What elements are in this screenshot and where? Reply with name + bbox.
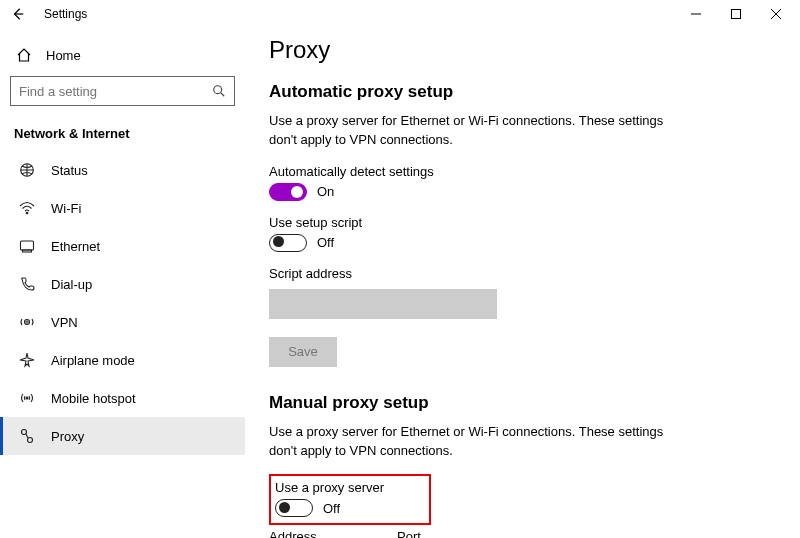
auto-desc: Use a proxy server for Ethernet or Wi-Fi… xyxy=(269,112,689,150)
home-label: Home xyxy=(46,48,81,63)
manual-desc: Use a proxy server for Ethernet or Wi-Fi… xyxy=(269,423,689,461)
manual-heading: Manual proxy setup xyxy=(269,393,784,413)
use-proxy-toggle[interactable] xyxy=(275,499,313,517)
home-link[interactable]: Home xyxy=(10,36,235,74)
search-box[interactable] xyxy=(10,76,235,106)
wifi-icon xyxy=(19,200,35,216)
nav-status[interactable]: Status xyxy=(0,151,245,189)
script-addr-label: Script address xyxy=(269,266,784,281)
hotspot-icon xyxy=(19,390,35,406)
svg-point-7 xyxy=(26,397,28,399)
svg-point-1 xyxy=(214,86,222,94)
nav-list: Status Wi-Fi Ethernet Dial-up VPN Airpla… xyxy=(0,151,245,455)
nav-hotspot[interactable]: Mobile hotspot xyxy=(0,379,245,417)
globe-icon xyxy=(19,162,35,178)
minimize-button[interactable] xyxy=(676,0,716,28)
port-label: Port xyxy=(397,529,477,538)
ethernet-icon xyxy=(19,238,35,254)
window-title: Settings xyxy=(36,7,87,21)
home-icon xyxy=(16,47,32,63)
svg-rect-4 xyxy=(21,241,34,250)
script-address-input[interactable] xyxy=(269,289,497,319)
arrow-left-icon xyxy=(11,7,25,21)
minimize-icon xyxy=(691,9,701,19)
close-button[interactable] xyxy=(756,0,796,28)
detect-toggle[interactable] xyxy=(269,183,307,201)
svg-rect-5 xyxy=(23,250,32,252)
page-title: Proxy xyxy=(269,36,784,64)
proxy-icon xyxy=(19,428,35,444)
detect-label: Automatically detect settings xyxy=(269,164,784,179)
close-icon xyxy=(771,9,781,19)
script-state: Off xyxy=(317,235,334,250)
nav-label: Mobile hotspot xyxy=(51,391,136,406)
save-button[interactable]: Save xyxy=(269,337,337,367)
nav-label: Wi-Fi xyxy=(51,201,81,216)
svg-point-8 xyxy=(22,430,27,435)
use-proxy-state: Off xyxy=(323,501,340,516)
nav-label: VPN xyxy=(51,315,78,330)
airplane-icon xyxy=(19,352,35,368)
maximize-icon xyxy=(731,9,741,19)
nav-ethernet[interactable]: Ethernet xyxy=(0,227,245,265)
nav-wifi[interactable]: Wi-Fi xyxy=(0,189,245,227)
search-input[interactable] xyxy=(19,84,212,99)
content: Proxy Automatic proxy setup Use a proxy … xyxy=(245,28,800,538)
highlight-box: Use a proxy server Off xyxy=(269,474,431,525)
nav-proxy[interactable]: Proxy xyxy=(0,417,245,455)
script-label: Use setup script xyxy=(269,215,784,230)
back-button[interactable] xyxy=(0,0,36,28)
vpn-icon xyxy=(19,314,35,330)
sidebar: Home Network & Internet Status Wi-Fi Eth… xyxy=(0,28,245,538)
nav-label: Airplane mode xyxy=(51,353,135,368)
svg-point-9 xyxy=(28,438,33,443)
nav-airplane[interactable]: Airplane mode xyxy=(0,341,245,379)
use-proxy-label: Use a proxy server xyxy=(275,480,384,495)
search-icon xyxy=(212,84,226,98)
nav-dialup[interactable]: Dial-up xyxy=(0,265,245,303)
nav-vpn[interactable]: VPN xyxy=(0,303,245,341)
maximize-button[interactable] xyxy=(716,0,756,28)
nav-label: Ethernet xyxy=(51,239,100,254)
script-toggle[interactable] xyxy=(269,234,307,252)
nav-label: Status xyxy=(51,163,88,178)
auto-heading: Automatic proxy setup xyxy=(269,82,784,102)
svg-point-3 xyxy=(26,212,28,214)
address-label: Address xyxy=(269,529,349,538)
titlebar: Settings xyxy=(0,0,800,28)
phone-icon xyxy=(19,276,35,292)
nav-label: Dial-up xyxy=(51,277,92,292)
svg-rect-0 xyxy=(732,10,741,19)
category-header: Network & Internet xyxy=(14,126,235,141)
detect-state: On xyxy=(317,184,334,199)
nav-label: Proxy xyxy=(51,429,84,444)
